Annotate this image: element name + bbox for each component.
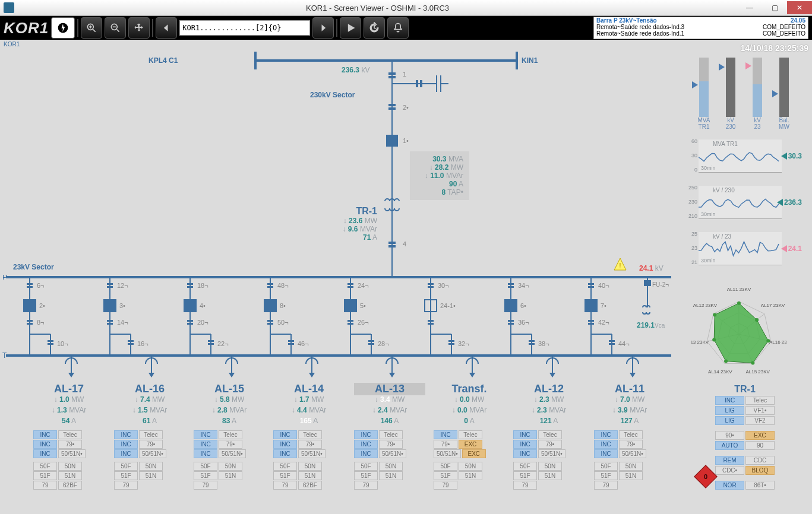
- feeder-AL-15[interactable]: AL-15 ↓ 5.8 MW ↓ 2.8 MVAr 83 A INCTelecI…: [194, 383, 265, 490]
- alarm-diamond[interactable]: 0: [697, 468, 714, 485]
- svg-rect-111: [428, 286, 434, 288]
- svg-point-171: [751, 361, 754, 365]
- svg-rect-71: [187, 323, 193, 325]
- svg-text:40¬: 40¬: [598, 282, 609, 289]
- svg-text:AL17 23KV: AL17 23KV: [761, 303, 785, 308]
- svg-rect-55: [107, 320, 113, 322]
- svg-rect-86: [267, 323, 273, 325]
- play-button[interactable]: [340, 17, 361, 39]
- svg-rect-38: [24, 300, 36, 312]
- alarm-panel[interactable]: Barra P 23kV~Tensão24.05Remota~Saúde red…: [593, 17, 808, 39]
- tr1-left-values[interactable]: TR-1 ↓ 23.6 MW ↓ 9.6 MVAr 71 A: [324, 206, 377, 242]
- svg-text:FU-2¬: FU-2¬: [652, 281, 669, 288]
- svg-rect-127: [505, 300, 517, 312]
- alarm-button[interactable]: [387, 17, 409, 39]
- trend-kV / 230[interactable]: 250 230 210 kV / 230 30min 236.3: [699, 186, 782, 219]
- zoom-in-button[interactable]: [81, 17, 102, 39]
- kv23-value[interactable]: 24.1 kV: [639, 264, 663, 272]
- svg-rect-129: [508, 320, 514, 322]
- tr1-row[interactable]: AUTO90: [715, 441, 775, 450]
- feeder-AL-12[interactable]: AL-12 ↓ 2.3 MW ↓ 2.3 MVAr 121 A INCTelec…: [513, 383, 584, 490]
- svg-rect-76: [208, 343, 214, 345]
- svg-line-2: [93, 30, 96, 32]
- tr1-row[interactable]: LIGVF1•: [715, 406, 775, 415]
- trend-MVA TR1[interactable]: 60 30 0 MVA TR1 30min 30.3: [699, 139, 782, 173]
- svg-rect-17: [420, 80, 422, 87]
- svg-text:AL15 23KV: AL15 23KV: [745, 369, 770, 375]
- maximize-button[interactable]: ▢: [762, 1, 787, 14]
- svg-rect-16: [416, 80, 418, 87]
- svg-rect-22: [388, 107, 396, 110]
- tr1-row[interactable]: LIGVF2: [715, 416, 775, 425]
- svg-rect-90: [288, 340, 294, 342]
- minimize-button[interactable]: —: [737, 1, 762, 14]
- svg-rect-83: [264, 300, 276, 312]
- trend-kV / 23[interactable]: 25 23 21 kV / 23 30min 24.1: [699, 232, 782, 265]
- window-titlebar: KOR1 - Screen Viewer - OSHMI - 3.0RC3 — …: [0, 0, 812, 16]
- screen-select[interactable]: [179, 20, 310, 36]
- svg-text:12¬: 12¬: [117, 282, 128, 289]
- svg-rect-115: [428, 320, 434, 322]
- svg-text:26¬: 26¬: [358, 319, 369, 326]
- warning-icon[interactable]: !: [613, 257, 627, 271]
- svg-rect-134: [529, 340, 535, 342]
- svg-rect-144: [588, 320, 594, 322]
- svg-rect-68: [184, 300, 196, 312]
- svg-rect-140: [588, 286, 594, 288]
- svg-rect-116: [428, 323, 434, 325]
- tr1-box[interactable]: 30.3 MVA ↓ 28.2 MW ↓ 11.0 MVAr 90 A 8 TA…: [410, 151, 469, 200]
- kv230-value[interactable]: 236.3 kV: [342, 66, 369, 74]
- feeder-AL-11[interactable]: AL-11 ↓ 7.0 MW ↓ 3.9 MVAr 127 A INCTelec…: [594, 383, 665, 490]
- radar-chart[interactable]: AL11 23KVAL17 23KVAL16 23KVAL15 23KVAL14…: [691, 287, 786, 382]
- zoom-out-button[interactable]: [105, 17, 126, 39]
- clock: 14/10/18 23:25:39: [741, 43, 808, 53]
- toolbar: KOR1 Barra P 23kV~Tensão24.05Remota~Saúd…: [0, 16, 812, 40]
- history-button[interactable]: [364, 17, 385, 39]
- prev-button[interactable]: [156, 17, 177, 39]
- svg-rect-80: [267, 283, 273, 285]
- svg-rect-70: [187, 320, 193, 322]
- svg-text:AL14 23KV: AL14 23KV: [708, 369, 732, 375]
- close-button[interactable]: ✕: [787, 1, 812, 14]
- logo-icon[interactable]: [51, 17, 75, 39]
- tr1-row[interactable]: REMCDC: [715, 456, 775, 465]
- feeder-AL-16[interactable]: AL-16 ↓ 7.4 MW ↓ 1.5 MVAr 61 A INCTelecI…: [114, 383, 185, 490]
- svg-text:14¬: 14¬: [117, 319, 128, 326]
- svg-text:32¬: 32¬: [458, 340, 469, 347]
- svg-text:30¬: 30¬: [438, 282, 449, 289]
- svg-rect-155: [644, 284, 650, 285]
- svg-rect-41: [27, 323, 33, 325]
- vca-value[interactable]: 219.1Vca: [637, 321, 665, 329]
- svg-text:48¬: 48¬: [277, 282, 289, 289]
- svg-rect-35: [27, 283, 33, 285]
- svg-rect-119: [448, 340, 454, 342]
- svg-text:38¬: 38¬: [538, 340, 549, 347]
- svg-rect-135: [529, 343, 535, 345]
- gauge-kV-230[interactable]: kV230: [722, 58, 740, 130]
- feeder-AL-14[interactable]: AL-14 ↓ 1.7 MW ↓ 4.4 MVAr 165 A INCTelec…: [273, 383, 345, 490]
- svg-rect-110: [428, 283, 434, 285]
- svg-text:18¬: 18¬: [197, 282, 208, 289]
- tr1-row[interactable]: NOR86T•: [715, 481, 775, 490]
- svg-text:34¬: 34¬: [518, 282, 529, 289]
- svg-rect-105: [368, 340, 374, 342]
- svg-text:36¬: 36¬: [518, 319, 529, 326]
- gauge-kV-23[interactable]: kV23: [748, 58, 766, 130]
- svg-rect-124: [508, 283, 514, 285]
- tr1-row[interactable]: CDC•BLOQ: [715, 466, 775, 475]
- next-button[interactable]: [312, 17, 334, 39]
- gauge-MVA-TR1[interactable]: MVATR1: [695, 58, 713, 130]
- feeder-AL-17[interactable]: AL-17 ↓ 1.0 MW ↓ 1.3 MVAr 54 A INCTelecI…: [33, 383, 105, 490]
- svg-text:1•: 1•: [403, 137, 409, 144]
- svg-text:50¬: 50¬: [277, 319, 289, 326]
- feeder-Transf.[interactable]: Transf. ↓ 0.0 MW ↓ 0.0 MVAr 0 A INCTelec…: [434, 383, 505, 490]
- tr1-row[interactable]: INCTelec: [715, 396, 775, 405]
- feeder-AL-13[interactable]: AL-13 ↓ 3.4 MW ↓ 2.4 MVAr 146 A INCTelec…: [354, 383, 425, 490]
- gauge-Bal.-MW[interactable]: Bal.MW: [775, 58, 793, 130]
- tr1-row[interactable]: 90•EXC: [715, 431, 775, 440]
- svg-text:8•: 8•: [280, 302, 286, 309]
- svg-rect-100: [347, 320, 353, 322]
- svg-point-169: [755, 318, 759, 322]
- svg-text:10¬: 10¬: [57, 340, 68, 347]
- pan-button[interactable]: [128, 17, 150, 39]
